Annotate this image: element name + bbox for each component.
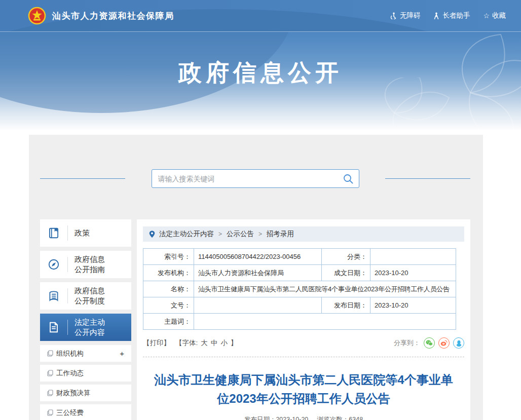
doc-name-value: 汕头市卫生健康局下属汕头市第二人民医院等4个事业单位2023年公开招聘工作人员公…	[194, 281, 456, 297]
divider	[67, 288, 68, 303]
search-row	[40, 169, 470, 188]
left-decorative-line	[40, 178, 125, 179]
sidebar-item-disclosure-guide[interactable]: 政府信息公开指南	[40, 251, 131, 278]
document-meta-table: 索引号： 114405005608704422/2023-00456 分类： 发…	[143, 248, 456, 330]
sidebar-subitem-budget[interactable]: 财政预决算	[40, 385, 131, 401]
sidebar-subitem-organization[interactable]: 组织机构 +	[40, 345, 131, 362]
page-icon	[47, 409, 53, 416]
written-date-value: 2023-10-20	[370, 265, 456, 281]
index-number-label: 索引号：	[143, 249, 194, 265]
weibo-share-icon[interactable]	[438, 337, 450, 349]
page-title: 政府信息公开	[0, 32, 521, 89]
sidebar-item-label: 政府信息公开制度	[75, 286, 111, 307]
main-wrapper: 政策 政府信息公开指南	[29, 135, 483, 420]
book-icon	[40, 226, 67, 240]
sidebar-item-label: 政策	[75, 228, 111, 238]
publish-date-label: 发布日期：	[322, 297, 370, 314]
sidebar: 政策 政府信息公开指南	[40, 219, 131, 420]
article-publish-date-label: 发布日期：	[244, 416, 276, 420]
header-utilities: 无障碍 长者助手 ☆ 收藏	[390, 11, 506, 20]
font-size-prefix: 【字体:	[175, 338, 198, 348]
sidebar-subitem-label: 工作动态	[56, 369, 84, 378]
article-meta: 发布日期：2023-10-20 浏览次数：6348	[143, 415, 464, 420]
share-group: 分享到：	[394, 337, 464, 349]
article-views-label: 浏览次数：	[317, 416, 349, 420]
search-icon[interactable]	[343, 173, 354, 184]
breadcrumb-separator: >	[258, 231, 262, 238]
sidebar-subitem-label: 三公经费	[56, 408, 84, 417]
article-title: 汕头市卫生健康局下属汕头市第二人民医院等4个事业单位2023年公开招聘工作人员公…	[150, 370, 458, 408]
index-number-value: 114405005608704422/2023-00456	[194, 249, 322, 265]
site-title: 汕头市人力资源和社会保障局	[52, 10, 174, 22]
sidebar-subitem-label: 财政预决算	[56, 389, 91, 398]
sidebar-item-label: 政府信息公开指南	[75, 254, 111, 275]
table-row: 主题词：	[143, 314, 456, 330]
sidebar-subitem-label: 组织机构	[56, 349, 84, 358]
toolbar: 【打印】 【字体: 大 中 小 】 分享到：	[143, 337, 464, 349]
table-row: 索引号： 114405005608704422/2023-00456 分类：	[143, 249, 456, 265]
issuing-org-label: 发布机构：	[143, 265, 194, 281]
location-pin-icon	[149, 231, 155, 238]
breadcrumb-item-notices[interactable]: 公示公告	[227, 230, 254, 239]
page-icon	[47, 390, 53, 396]
compass-icon	[40, 258, 67, 271]
print-button[interactable]: 【打印】	[143, 338, 170, 348]
sidebar-item-disclosure-rules[interactable]: 政府信息公开制度	[40, 282, 131, 310]
accessibility-label: 无障碍	[400, 11, 421, 20]
font-size-large-button[interactable]: 大	[201, 338, 208, 348]
sidebar-subitem-three-public-funds[interactable]: 三公经费	[40, 404, 131, 420]
favorite-label: 收藏	[492, 11, 506, 20]
wechat-share-icon[interactable]	[424, 337, 435, 349]
qq-share-icon[interactable]	[453, 337, 464, 349]
keywords-label: 主题词：	[143, 314, 194, 330]
font-size-medium-button[interactable]: 中	[211, 338, 218, 348]
divider	[67, 225, 68, 241]
divider	[67, 320, 68, 335]
expand-plus-icon[interactable]: +	[120, 349, 124, 358]
star-icon: ☆	[483, 12, 490, 19]
breadcrumb-separator: >	[218, 231, 222, 238]
regulations-icon	[40, 289, 67, 302]
doc-number-value	[194, 297, 322, 314]
site-header: 汕头市人力资源和社会保障局 无障碍 长者助手 ☆ 收藏	[0, 0, 521, 32]
search-input[interactable]	[152, 170, 359, 187]
favorite-link[interactable]: ☆ 收藏	[483, 11, 506, 20]
accessibility-link[interactable]: 无障碍	[390, 11, 421, 20]
right-decorative-line	[385, 178, 470, 179]
sidebar-subitem-work-updates[interactable]: 工作动态	[40, 365, 131, 381]
font-size-small-button[interactable]: 小	[220, 338, 228, 348]
breadcrumb-item-statutory[interactable]: 法定主动公开内容	[159, 230, 214, 239]
category-label: 分类：	[322, 249, 370, 265]
issuing-org-value: 汕头市人力资源和社会保障局	[194, 265, 322, 281]
doc-number-label: 文号：	[143, 297, 194, 314]
breadcrumb: 法定主动公开内容 > 公示公告 > 招考录用	[143, 226, 464, 242]
sidebar-item-label: 法定主动公开内容	[75, 317, 111, 338]
content-card: 法定主动公开内容 > 公示公告 > 招考录用 索引号： 114405005608…	[137, 219, 470, 420]
category-value	[370, 249, 456, 265]
divider	[143, 357, 464, 357]
divider	[67, 257, 68, 272]
table-row: 文号： 发布日期： 2023-10-20	[143, 297, 456, 314]
sidebar-item-policy[interactable]: 政策	[40, 219, 131, 247]
written-date-label: 成文日期：	[322, 265, 370, 281]
document-icon	[40, 321, 67, 334]
table-row: 发布机构： 汕头市人力资源和社会保障局 成文日期： 2023-10-20	[143, 265, 456, 281]
accessibility-icon	[390, 12, 397, 19]
breadcrumb-item-recruitment[interactable]: 招考录用	[267, 230, 294, 239]
national-emblem-logo	[28, 7, 46, 25]
article-views: 6348	[349, 416, 363, 420]
doc-name-label: 名称：	[143, 281, 194, 297]
sidebar-item-statutory-disclosure[interactable]: 法定主动公开内容	[40, 314, 131, 341]
elder-icon	[433, 12, 440, 19]
page-icon	[47, 370, 53, 376]
keywords-value	[194, 314, 456, 330]
publish-date-value: 2023-10-20	[370, 297, 456, 314]
font-size-suffix: 】	[231, 338, 238, 348]
elder-helper-link[interactable]: 长者助手	[433, 11, 470, 20]
search-box	[152, 169, 359, 188]
article-publish-date: 2023-10-20	[276, 416, 308, 420]
page-banner: 政府信息公开	[0, 32, 521, 130]
page-icon	[47, 350, 53, 357]
table-row: 名称： 汕头市卫生健康局下属汕头市第二人民医院等4个事业单位2023年公开招聘工…	[143, 281, 456, 297]
font-size-group: 【字体: 大 中 小 】	[175, 338, 237, 348]
